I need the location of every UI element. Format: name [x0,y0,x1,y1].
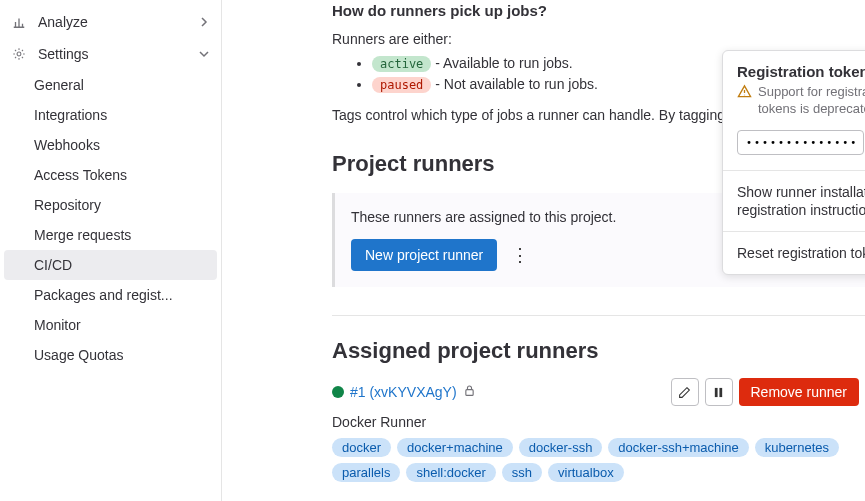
nav-analyze-label: Analyze [38,14,88,30]
chevron-down-icon [199,46,209,62]
status-online-icon [332,386,344,398]
runner-tags: docker docker+machine docker-ssh docker-… [332,438,865,482]
paused-text: - Not available to run jobs. [435,76,598,92]
pause-runner-button[interactable] [705,378,733,406]
tag: shell:docker [406,463,495,482]
popover-warning: Support for registration tokens is depre… [737,84,865,118]
paused-badge: paused [372,77,431,93]
sidebar: Analyze Settings General Integrations We… [0,0,222,501]
tag: parallels [332,463,400,482]
svg-rect-1 [465,390,472,396]
nav-item-webhooks[interactable]: Webhooks [0,130,221,160]
token-input[interactable] [737,130,864,155]
tag: docker [332,438,391,457]
popover-warning-text: Support for registration tokens is depre… [758,84,865,118]
assigned-runners-heading: Assigned project runners [332,338,865,364]
nav-item-packages[interactable]: Packages and regist... [0,280,221,310]
popover-title: Registration token [737,63,865,80]
runner-row: #1 (xvKYVXAgY) Remove runner [332,378,865,406]
reset-token-link[interactable]: Reset registration token [723,232,865,274]
tag: virtualbox [548,463,624,482]
chart-icon [12,15,28,29]
chevron-right-icon [199,14,209,30]
nav-item-access-tokens[interactable]: Access Tokens [0,160,221,190]
divider [332,315,865,316]
nav-item-general[interactable]: General [0,70,221,100]
new-project-runner-button[interactable]: New project runner [351,239,497,271]
warning-icon [737,84,752,118]
active-text: - Available to run jobs. [435,55,573,71]
nav-item-cicd[interactable]: CI/CD [4,250,217,280]
registration-token-popover: Registration token Support for registrat… [722,50,865,275]
gear-icon [12,47,28,61]
svg-point-0 [17,52,21,56]
runner-link[interactable]: #1 (xvKYVXAgY) [350,384,457,400]
nav-item-integrations[interactable]: Integrations [0,100,221,130]
nav-settings-label: Settings [38,46,89,62]
nav-item-repository[interactable]: Repository [0,190,221,220]
main-content: Register as many runners as you want. Yo… [222,0,865,501]
nav-item-usage-quotas[interactable]: Usage Quotas [0,340,221,370]
question-heading: How do runners pick up jobs? [332,2,865,19]
edit-runner-button[interactable] [671,378,699,406]
tag: ssh [502,463,542,482]
svg-rect-3 [719,387,722,396]
show-instructions-link[interactable]: Show runner installation and registratio… [723,171,865,231]
tag: kubernetes [755,438,839,457]
nav-settings[interactable]: Settings [0,38,221,70]
lock-icon [463,384,476,400]
nav-item-merge-requests[interactable]: Merge requests [0,220,221,250]
either-text: Runners are either: [332,31,865,47]
tag: docker+machine [397,438,513,457]
tag: docker-ssh [519,438,603,457]
active-badge: active [372,56,431,72]
kebab-menu-icon[interactable]: ⋮ [511,244,531,266]
tag: docker-ssh+machine [608,438,748,457]
remove-runner-button[interactable]: Remove runner [739,378,860,406]
svg-rect-2 [715,387,718,396]
nav-settings-sub: General Integrations Webhooks Access Tok… [0,70,221,370]
nav-analyze[interactable]: Analyze [0,6,221,38]
nav-item-monitor[interactable]: Monitor [0,310,221,340]
runner-description: Docker Runner [332,414,865,430]
